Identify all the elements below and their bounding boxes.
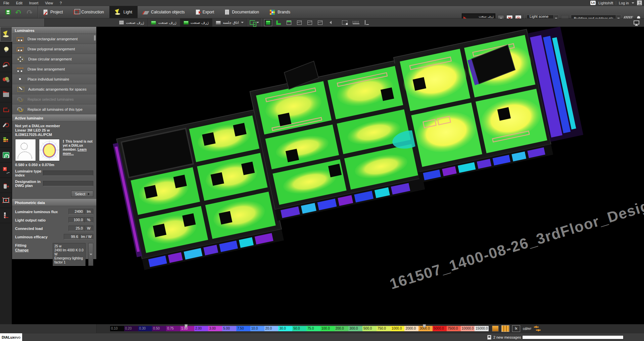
tab-calculation-objects[interactable]: Calculation objects xyxy=(138,6,190,18)
tab-light[interactable]: Light xyxy=(109,6,138,18)
scale-segment-15000.0[interactable]: 15000.0 xyxy=(475,326,489,331)
fitting-dropdown-button[interactable] xyxy=(88,243,93,266)
tool-replace-all-luminaires-of-this-type[interactable]: Replace all luminaires of this type xyxy=(12,104,96,114)
lux-unit-button[interactable]: lx xyxy=(512,325,520,332)
scale-segment-200.0[interactable]: 200.0 xyxy=(335,326,349,331)
select-luminaire-button[interactable]: Select xyxy=(71,191,93,197)
scale-segment-500.0[interactable]: 500.0 xyxy=(362,326,377,331)
scale-segment-3000.0[interactable]: 3000.0 xyxy=(418,326,433,331)
tab-export[interactable]: Export xyxy=(190,6,220,18)
scale-segment-1000.0[interactable]: 1000.0 xyxy=(391,326,405,331)
scale-segment-0.10[interactable]: 0.10 xyxy=(110,326,124,331)
scale-segment-0.75[interactable]: 0.75 xyxy=(166,326,180,331)
selection-frame-icon[interactable] xyxy=(342,20,347,25)
scale-segment-1.00[interactable]: 1.00 xyxy=(180,326,194,331)
scene-tab-2[interactable]: ژرف صنعت xyxy=(148,18,180,27)
photometric-value[interactable]: 100.0 xyxy=(68,217,85,223)
luminance-unit-label[interactable]: cd/m² xyxy=(523,327,531,331)
dwg-designation-input[interactable] xyxy=(43,181,93,186)
scale-segment-0.50[interactable]: 0.50 xyxy=(152,326,166,331)
tool-draw-line-arrangement[interactable]: Draw line arrangement xyxy=(12,64,96,74)
move-rotate-luminaire-tool[interactable] xyxy=(0,57,12,72)
scrollbar-thumb[interactable] xyxy=(94,35,96,41)
scene-tab-4[interactable]: اتاق جلسه xyxy=(212,18,247,27)
scene-tab-3[interactable]: ژرف صنعت xyxy=(180,18,212,27)
maintenance-tool[interactable] xyxy=(0,117,12,133)
scale-segment-100.0[interactable]: 100.0 xyxy=(320,326,335,331)
lamps-tool[interactable] xyxy=(0,42,12,57)
tool-draw-polygonal-arrangement[interactable]: Draw polygonal arrangement xyxy=(12,44,96,54)
scale-segment-7500.0[interactable]: 7500.0 xyxy=(447,326,461,331)
luminaire-photo-thumbnail[interactable] xyxy=(15,139,36,161)
scale-segment-2000.0[interactable]: 2000.0 xyxy=(404,326,418,331)
tool-place-individual-luminaire[interactable]: Place individual luminaire xyxy=(12,74,96,84)
lightshift-label[interactable]: Lightshift xyxy=(598,1,613,5)
view-top-face-button[interactable] xyxy=(285,19,293,26)
scale-segment-0.20[interactable]: 0.20 xyxy=(124,326,138,331)
scale-segment-10000.0[interactable]: 10000.0 xyxy=(461,326,475,331)
floor-plan-view-button[interactable] xyxy=(248,18,261,27)
scale-segment-75.0[interactable]: 75.0 xyxy=(306,326,320,331)
tool-automatic-arrangements-for-spaces[interactable]: Automatic arrangements for spaces xyxy=(12,84,96,94)
false-color-steps-button[interactable] xyxy=(501,325,509,332)
light-color-tool[interactable] xyxy=(0,72,12,87)
menu-insert[interactable]: Insert xyxy=(26,0,42,6)
scale-segment-50.0[interactable]: 50.0 xyxy=(292,326,306,331)
scale-segment-750.0[interactable]: 750.0 xyxy=(377,326,391,331)
avatar[interactable] xyxy=(637,0,642,5)
scale-segment-7.50[interactable]: 7.50 xyxy=(236,326,250,331)
scale-segment-5.00[interactable]: 5.00 xyxy=(222,326,236,331)
hierarchy-tool[interactable] xyxy=(0,208,12,223)
photometric-value[interactable]: 2490 xyxy=(68,209,85,214)
view-section-button[interactable] xyxy=(275,19,283,26)
scale-segment-30.0[interactable]: 30.0 xyxy=(278,326,292,331)
menu-edit[interactable]: Edit xyxy=(13,0,26,6)
energy-efficiency-tool[interactable] xyxy=(0,133,12,148)
login-button[interactable]: Log in xyxy=(619,1,629,5)
scale-segment-20.0[interactable]: 20.0 xyxy=(264,326,279,331)
scale-segment-3.00[interactable]: 3.00 xyxy=(208,326,222,331)
save-icon[interactable] xyxy=(5,9,11,15)
messages-icon[interactable] xyxy=(487,335,491,340)
daylight-tool[interactable] xyxy=(0,148,12,163)
tool-draw-rectangular-arrangement[interactable]: Draw rectangular arrangement xyxy=(12,34,96,44)
3d-viewport[interactable]: 161507_1400-08-26_3rdFloor_Design 3 xyxy=(96,27,644,324)
login-caret-icon[interactable] xyxy=(632,2,634,4)
view-wireframe-button-2[interactable] xyxy=(306,19,314,26)
display-icon[interactable] xyxy=(634,20,639,25)
luminaires-tool[interactable] xyxy=(0,27,12,42)
swap-arrows-icon[interactable] xyxy=(534,326,541,331)
menu-file[interactable]: File xyxy=(0,0,13,6)
view-wireframe-button-1[interactable] xyxy=(295,19,303,26)
view-wireframe-button-3[interactable] xyxy=(316,19,324,26)
tool-draw-circular-arrangement[interactable]: Draw circular arrangement xyxy=(12,54,96,64)
horizontal-dimension-icon[interactable] xyxy=(353,21,359,24)
tab-project[interactable]: Project xyxy=(38,6,68,18)
view-3d-solid-button[interactable] xyxy=(264,19,272,26)
photometric-diagram-thumbnail[interactable] xyxy=(39,139,60,161)
tab-brands[interactable]: Brands xyxy=(264,6,296,18)
photometric-value[interactable]: 99.6 xyxy=(64,234,80,240)
redo-icon[interactable] xyxy=(26,10,32,14)
photometric-value[interactable]: 25.0 xyxy=(68,226,85,231)
tab-construction[interactable]: Construction xyxy=(68,6,109,18)
tab-documentation[interactable]: Documentation xyxy=(219,6,264,18)
false-color-scale[interactable]: 0.100.200.300.500.751.002.003.005.007.50… xyxy=(110,326,489,331)
vertical-dimension-icon[interactable] xyxy=(365,20,368,25)
false-color-gradient-button[interactable] xyxy=(492,326,499,332)
calculation-point-tool[interactable] xyxy=(0,193,12,208)
text-label-tool[interactable] xyxy=(0,163,12,178)
light-distribution-tool[interactable] xyxy=(0,87,12,102)
scale-segment-300.0[interactable]: 300.0 xyxy=(348,326,362,331)
collapse-view-buttons[interactable] xyxy=(327,19,335,26)
luminaire-type-index-input[interactable] xyxy=(43,170,93,176)
scale-segment-10.0[interactable]: 10.0 xyxy=(250,326,264,331)
menu-view[interactable]: View xyxy=(42,0,56,6)
undo-icon[interactable] xyxy=(15,10,21,14)
calculation-surface-tool[interactable] xyxy=(0,102,12,117)
scale-segment-2.00[interactable]: 2.00 xyxy=(194,326,208,331)
scale-segment-5000.0[interactable]: 5000.0 xyxy=(433,326,447,331)
scale-segment-0.30[interactable]: 0.30 xyxy=(138,326,152,331)
scene-tab-1[interactable]: ژرف صنعت xyxy=(116,18,148,27)
menu-help[interactable]: ? xyxy=(56,0,65,6)
